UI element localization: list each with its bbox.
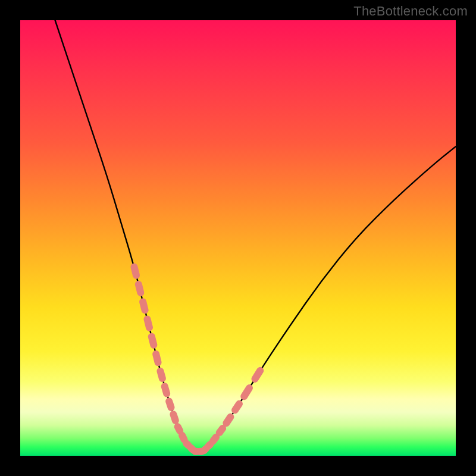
highlight-dash — [178, 427, 180, 431]
highlight-dash — [255, 371, 261, 379]
bottleneck-curve — [55, 20, 456, 452]
highlight-dashes — [134, 267, 261, 452]
highlight-dash — [208, 444, 211, 447]
highlight-dash — [173, 414, 176, 421]
highlight-dash — [156, 354, 158, 362]
highlight-dash — [165, 386, 167, 393]
highlight-dash — [226, 417, 230, 424]
highlight-dash — [152, 337, 154, 345]
plot-area — [20, 20, 456, 456]
highlight-dash — [182, 436, 184, 440]
highlight-dash — [139, 284, 141, 293]
highlight-dash — [134, 267, 137, 275]
highlight-dash — [213, 437, 216, 441]
highlight-dash — [235, 404, 239, 411]
highlight-dash — [160, 371, 162, 378]
watermark-text: TheBottleneck.com — [353, 4, 468, 19]
highlight-dash — [169, 401, 171, 408]
chart-frame: TheBottleneck.com — [0, 0, 476, 476]
bottleneck-chart-svg — [20, 20, 456, 456]
highlight-dash — [143, 302, 145, 310]
highlight-dash — [204, 449, 206, 451]
highlight-dash — [186, 443, 189, 446]
highlight-dash — [220, 428, 223, 433]
highlight-dash — [148, 319, 150, 327]
highlight-dash — [244, 388, 249, 396]
